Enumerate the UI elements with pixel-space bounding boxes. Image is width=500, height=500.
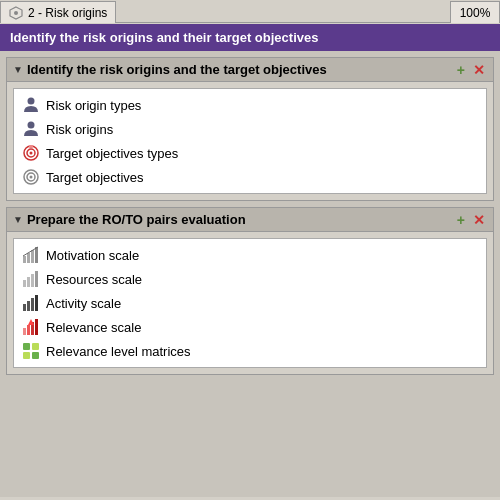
section2-add-button[interactable]: + — [455, 213, 467, 227]
section1-header: ▼ Identify the risk origins and the targ… — [7, 58, 493, 82]
list-item[interactable]: Relevance level matrices — [16, 339, 484, 363]
svg-rect-11 — [23, 256, 26, 263]
risk-origins-label: Risk origins — [46, 122, 113, 137]
section-identify-risk-origins: ▼ Identify the risk origins and the targ… — [6, 57, 494, 201]
section2-header: ▼ Prepare the RO/TO pairs evaluation + ✕ — [7, 208, 493, 232]
section2-remove-button[interactable]: ✕ — [471, 213, 487, 227]
activity-scale-label: Activity scale — [46, 296, 121, 311]
svg-rect-20 — [23, 304, 26, 311]
svg-rect-14 — [35, 247, 38, 263]
svg-rect-24 — [23, 328, 26, 335]
svg-rect-29 — [23, 343, 30, 350]
svg-rect-32 — [32, 352, 39, 359]
svg-rect-18 — [31, 274, 34, 287]
svg-rect-30 — [32, 343, 39, 350]
tab-icon — [9, 6, 23, 20]
risk-origins-icon — [22, 120, 40, 138]
page-header: Identify the risk origins and their targ… — [0, 24, 500, 51]
target-objectives-icon — [22, 168, 40, 186]
svg-rect-21 — [27, 301, 30, 311]
svg-rect-31 — [23, 352, 30, 359]
tab-spacer — [116, 1, 450, 23]
section2-title: Prepare the RO/TO pairs evaluation — [27, 212, 451, 227]
section-prepare-evaluation: ▼ Prepare the RO/TO pairs evaluation + ✕… — [6, 207, 494, 375]
list-item[interactable]: Risk origins — [16, 117, 484, 141]
svg-point-2 — [28, 98, 35, 105]
svg-rect-27 — [35, 319, 38, 335]
list-item[interactable]: Target objectives — [16, 165, 484, 189]
tab-bar: 2 - Risk origins 100% — [0, 0, 500, 24]
svg-rect-23 — [35, 295, 38, 311]
page-title: Identify the risk origins and their targ… — [10, 30, 318, 45]
activity-scale-icon — [22, 294, 40, 312]
tab-progress: 100% — [450, 1, 500, 23]
target-objectives-types-icon — [22, 144, 40, 162]
motivation-scale-icon — [22, 246, 40, 264]
list-item[interactable]: Resources scale — [16, 267, 484, 291]
svg-rect-7 — [29, 145, 33, 148]
list-item[interactable]: Motivation scale — [16, 243, 484, 267]
svg-rect-19 — [35, 271, 38, 287]
section1-collapse-arrow[interactable]: ▼ — [13, 64, 23, 75]
svg-rect-13 — [31, 250, 34, 263]
motivation-scale-label: Motivation scale — [46, 248, 139, 263]
section1-title: Identify the risk origins and the target… — [27, 62, 451, 77]
svg-rect-17 — [27, 277, 30, 287]
section1-add-button[interactable]: + — [455, 63, 467, 77]
svg-point-10 — [30, 176, 33, 179]
svg-point-6 — [30, 152, 33, 155]
tab-risk-origins[interactable]: 2 - Risk origins — [0, 1, 116, 23]
relevance-scale-label: Relevance scale — [46, 320, 141, 335]
svg-rect-25 — [27, 325, 30, 335]
tab-label: 2 - Risk origins — [28, 6, 107, 20]
section2-item-list: Motivation scale Resources scale — [13, 238, 487, 368]
risk-origin-types-icon — [22, 96, 40, 114]
svg-rect-12 — [27, 253, 30, 263]
svg-rect-16 — [23, 280, 26, 287]
list-item[interactable]: Target objectives types — [16, 141, 484, 165]
relevance-scale-icon — [22, 318, 40, 336]
target-objectives-types-label: Target objectives types — [46, 146, 178, 161]
target-objectives-label: Target objectives — [46, 170, 144, 185]
list-item[interactable]: Risk origin types — [16, 93, 484, 117]
section2-collapse-arrow[interactable]: ▼ — [13, 214, 23, 225]
resources-scale-icon — [22, 270, 40, 288]
risk-origin-types-label: Risk origin types — [46, 98, 141, 113]
section1-remove-button[interactable]: ✕ — [471, 63, 487, 77]
svg-point-3 — [28, 122, 35, 129]
relevance-level-matrices-icon — [22, 342, 40, 360]
svg-point-1 — [14, 11, 18, 15]
list-item[interactable]: Relevance scale — [16, 315, 484, 339]
list-item[interactable]: Activity scale — [16, 291, 484, 315]
main-content: ▼ Identify the risk origins and the targ… — [0, 51, 500, 497]
resources-scale-label: Resources scale — [46, 272, 142, 287]
relevance-level-matrices-label: Relevance level matrices — [46, 344, 191, 359]
section1-item-list: Risk origin types Risk origins — [13, 88, 487, 194]
svg-rect-22 — [31, 298, 34, 311]
